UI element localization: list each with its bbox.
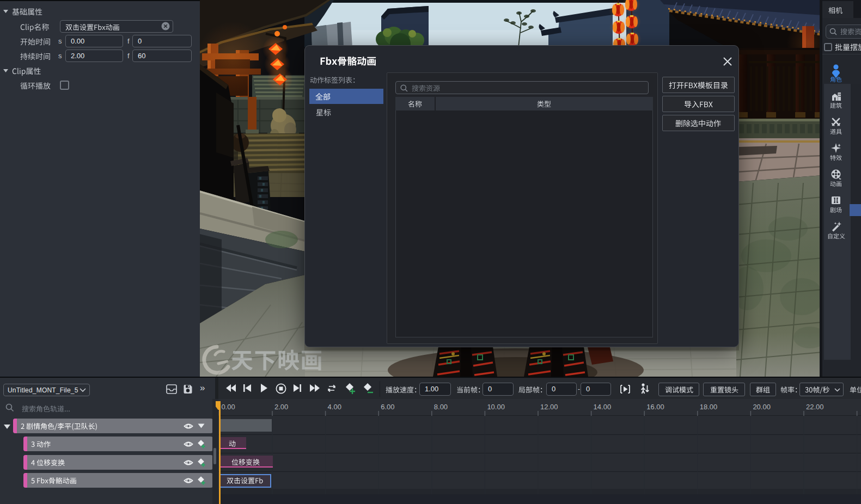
- svg-text:4.00: 4.00: [328, 403, 341, 411]
- svg-text:20.00: 20.00: [753, 403, 771, 411]
- svg-text:16.00: 16.00: [646, 403, 664, 411]
- svg-text:22.00: 22.00: [806, 403, 824, 411]
- svg-text:8.00: 8.00: [434, 403, 448, 411]
- svg-text:10.00: 10.00: [487, 403, 505, 411]
- svg-text:12.00: 12.00: [540, 403, 558, 411]
- svg-text:2.00: 2.00: [274, 403, 288, 411]
- svg-text:0.00: 0.00: [221, 403, 235, 411]
- svg-text:6.00: 6.00: [381, 403, 394, 411]
- svg-text:14.00: 14.00: [594, 403, 612, 411]
- svg-text:18.00: 18.00: [700, 403, 718, 411]
